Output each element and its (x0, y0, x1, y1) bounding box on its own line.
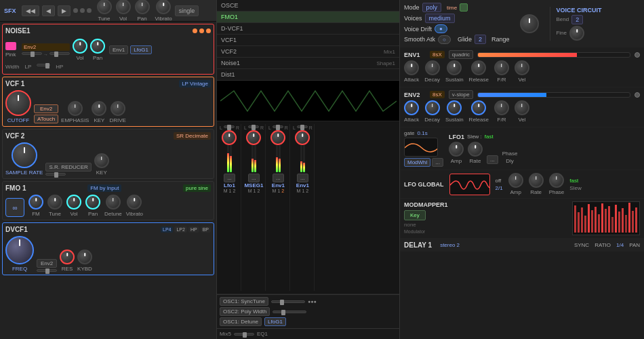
play-btn[interactable]: ▶ (58, 5, 71, 16)
samplerate-knob[interactable] (12, 142, 37, 168)
vcf1-touch-btn[interactable]: ATouch (34, 115, 58, 123)
freq-knob[interactable] (5, 236, 34, 264)
mode-value[interactable]: poly (422, 3, 442, 12)
lfo-global-rate-knob[interactable] (529, 173, 544, 188)
smooth-toggle[interactable]: ○ (438, 35, 451, 44)
ch1-btn1[interactable]: ... (224, 174, 235, 182)
ch2-lr-slider[interactable] (248, 125, 259, 128)
lfo-global-amp-knob[interactable] (508, 173, 523, 188)
fmo1-detune-knob[interactable] (106, 195, 121, 210)
ch4-lr-slider[interactable] (297, 125, 308, 128)
fine-knob[interactable] (569, 26, 584, 41)
ch3-btn1[interactable]: ... (273, 174, 284, 182)
fmo1-pan-knob[interactable] (85, 195, 100, 210)
voices-value[interactable]: medium (425, 14, 455, 23)
noise-slider2[interactable] (49, 52, 70, 55)
lfo1-menu-btn[interactable]: ... (432, 158, 443, 167)
env1-fr-knob[interactable] (494, 60, 509, 75)
drift-toggle[interactable]: ● (435, 24, 447, 33)
osc-item-dvcf1[interactable]: D-VCF1 (217, 23, 399, 35)
time-toggle[interactable] (460, 3, 468, 12)
env1-vel-knob[interactable] (515, 60, 529, 75)
env2-attack-knob[interactable] (404, 100, 419, 115)
env2-vel-knob[interactable] (515, 100, 529, 115)
drive-knob[interactable] (110, 101, 125, 116)
fmo1-tune-knob[interactable] (47, 195, 62, 210)
env1-release-knob[interactable] (471, 60, 486, 75)
ch4-knob[interactable] (295, 130, 310, 145)
fmo1-loop-btn[interactable]: ∞ (5, 198, 24, 217)
env2-decay-knob[interactable] (425, 100, 440, 115)
ch1-lr-slider[interactable] (224, 125, 235, 128)
vibrato-knob[interactable] (156, 0, 171, 14)
glide-value[interactable]: 2 (475, 35, 486, 44)
ch3-knob[interactable] (270, 130, 285, 145)
dvcf1-env2-btn[interactable]: Env2 (37, 259, 57, 268)
kybd-knob[interactable] (77, 250, 92, 264)
ch1-knob[interactable] (222, 130, 237, 145)
vcf2-reducer-btn[interactable]: S.R. REDUCER (45, 163, 91, 172)
ch4-btn1[interactable]: ... (297, 174, 308, 182)
tune-knob[interactable] (97, 0, 112, 14)
fmo1-vibrato-knob[interactable] (127, 195, 142, 210)
env2-fr-knob[interactable] (494, 100, 509, 115)
env2-release-knob[interactable] (471, 100, 486, 115)
osc-item-vcf2[interactable]: VCF2 Mix1 (217, 46, 399, 58)
detune-val[interactable]: LfoG1 (264, 317, 286, 326)
lfo1-amp-knob[interactable] (449, 142, 464, 157)
lfo-global-phase-knob[interactable] (549, 173, 564, 188)
env2-sustain-knob[interactable] (447, 100, 462, 115)
lfo1-rate-menu[interactable]: ... (487, 155, 498, 164)
fmo1-fm-knob[interactable] (28, 195, 43, 210)
res-knob[interactable] (60, 250, 75, 264)
env1-mode[interactable]: quadric (449, 50, 473, 59)
osc1-synctune-btn[interactable]: OSC1: SyncTune (220, 297, 268, 306)
env2-circle[interactable] (635, 92, 640, 98)
emphasis-knob[interactable] (68, 101, 83, 116)
ch2-btn1[interactable]: ... (248, 174, 260, 182)
lp-slider[interactable] (37, 64, 50, 66)
osc-item-noise1[interactable]: Noise1 Shape1 (217, 58, 399, 69)
env1-circle[interactable] (635, 52, 640, 58)
vcf2-slider[interactable] (45, 173, 66, 176)
mod-key-btn[interactable]: Key (404, 210, 426, 220)
osc-item-fmo1[interactable]: FMO1 (217, 12, 399, 23)
lfog1-btn[interactable]: LfoG1 (130, 45, 152, 54)
cutoff-knob[interactable] (5, 90, 31, 116)
osc1-detune-btn[interactable]: OSC1: Detune (220, 317, 262, 326)
osc2-polywidth-btn[interactable]: OSC2: Poly Width (220, 307, 270, 316)
env2-mode[interactable]: v-slope (449, 90, 473, 99)
env1-btn[interactable]: Env1 (109, 45, 128, 54)
env2-mult[interactable]: 8sX (430, 91, 445, 98)
mix-slider[interactable] (234, 333, 254, 336)
fmo1-tune-group: Tune (47, 195, 62, 217)
single-btn[interactable]: single (175, 5, 199, 16)
env1-mult[interactable]: 8sX (430, 51, 445, 58)
vcf1-env2-btn[interactable]: Env2 (34, 104, 58, 113)
noise-vol-knob[interactable] (73, 39, 87, 54)
pan-knob[interactable] (135, 0, 150, 14)
dvcf1-slider[interactable] (37, 269, 57, 272)
env1-decay-knob[interactable] (425, 60, 440, 75)
noise-pan-knob[interactable] (90, 39, 105, 54)
noise-slider1[interactable] (22, 52, 42, 55)
polywidth-slider[interactable] (273, 311, 306, 313)
vcf1-key-knob[interactable] (92, 101, 106, 116)
back-btn[interactable]: ◀ (42, 5, 55, 16)
lfo1-rate-knob[interactable] (468, 142, 483, 157)
env1-attack-knob[interactable] (404, 60, 419, 75)
ch2-knob[interactable] (246, 130, 261, 145)
ch3-lr-slider[interactable] (273, 125, 283, 128)
osc-item-dist1[interactable]: Dist1 (217, 69, 399, 81)
osc-item-osce[interactable]: OSCE (217, 0, 399, 12)
glide-knob[interactable] (520, 14, 539, 33)
vcf2-key-knob[interactable] (94, 153, 109, 168)
rewind-btn[interactable]: ◀◀ (22, 5, 39, 16)
osc-item-vcf1[interactable]: VCF1 (217, 35, 399, 46)
fmo1-vol-knob[interactable] (66, 195, 81, 210)
env1-sustain-knob[interactable] (447, 60, 462, 75)
vol-knob[interactable] (116, 0, 131, 14)
bend-value[interactable]: 2 (571, 15, 583, 24)
synctune-slider[interactable] (271, 300, 305, 303)
modwhl-btn[interactable]: ModWhl (404, 158, 430, 167)
